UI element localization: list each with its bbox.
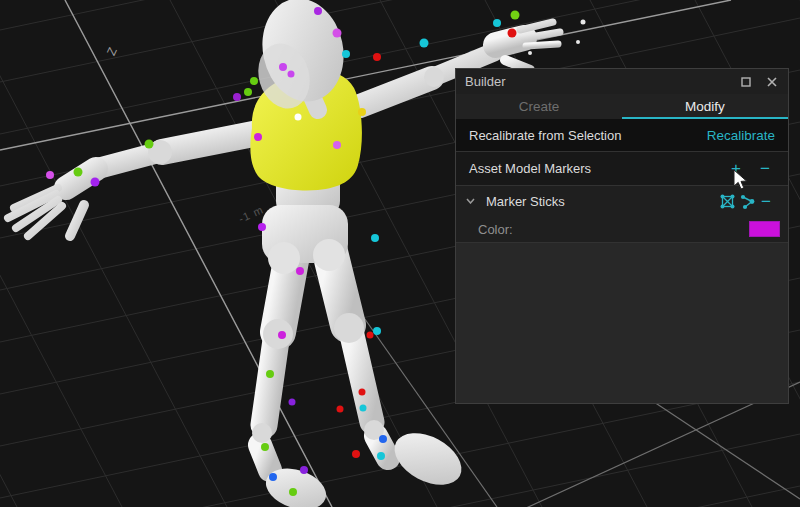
color-label: Color: bbox=[478, 222, 513, 237]
stick-color-swatch[interactable] bbox=[749, 221, 780, 237]
marker-sticks-label: Marker Sticks bbox=[486, 194, 565, 209]
builder-title: Builder bbox=[465, 74, 505, 89]
app-stage: Z -1 m -2 m bbox=[0, 0, 800, 507]
remove-marker-button[interactable]: − bbox=[755, 160, 775, 177]
marker-sticks-header: Marker Sticks bbox=[456, 186, 788, 216]
marker-stick-icon[interactable] bbox=[737, 192, 757, 210]
tab-modify[interactable]: Modify bbox=[622, 94, 788, 119]
chevron-down-icon[interactable] bbox=[462, 198, 478, 204]
remove-sticks-button[interactable]: − bbox=[757, 193, 775, 210]
builder-tabs: Create Modify bbox=[456, 94, 788, 119]
builder-titlebar[interactable]: Builder bbox=[456, 69, 788, 94]
add-marker-button[interactable]: + bbox=[726, 160, 746, 177]
left-arm bbox=[8, 133, 258, 236]
recalibrate-label: Recalibrate from Selection bbox=[469, 128, 621, 143]
left-hip bbox=[268, 242, 300, 274]
tab-create[interactable]: Create bbox=[456, 94, 622, 119]
close-icon[interactable] bbox=[765, 75, 779, 89]
marker-constellation-icon[interactable] bbox=[717, 192, 737, 210]
asset-model-markers-row: Asset Model Markers + − bbox=[456, 152, 788, 186]
recalibrate-button[interactable]: Recalibrate bbox=[707, 128, 775, 143]
right-hip bbox=[313, 239, 345, 271]
builder-panel: Builder Create Modify Recalibrate from S… bbox=[455, 68, 789, 404]
asset-model-markers-label: Asset Model Markers bbox=[469, 161, 591, 176]
right-foot bbox=[386, 423, 470, 496]
recalibrate-row: Recalibrate from Selection Recalibrate bbox=[456, 119, 788, 152]
float-window-icon[interactable] bbox=[739, 75, 753, 89]
panel-empty-area bbox=[456, 243, 788, 403]
color-row: Color: bbox=[456, 216, 788, 243]
